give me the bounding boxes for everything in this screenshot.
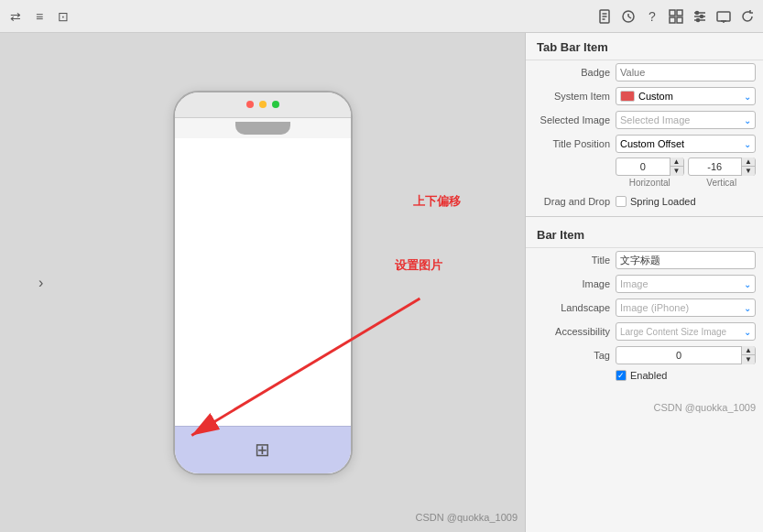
- accessibility-placeholder: Large Content Size Image: [620, 327, 744, 337]
- landscape-row: Landscape Image (iPhone) ⌄: [526, 296, 763, 320]
- selected-image-select[interactable]: Selected Image ⌄: [616, 111, 756, 129]
- tag-row: Tag 0 ▲ ▼: [526, 343, 763, 367]
- svg-point-15: [701, 15, 703, 17]
- badge-input[interactable]: [616, 63, 756, 81]
- enabled-checkbox[interactable]: ✓: [616, 370, 627, 381]
- spring-loaded-label: Spring Loaded: [630, 196, 696, 207]
- tag-stepper[interactable]: 0 ▲ ▼: [616, 346, 756, 364]
- labels-content: Horizontal Vertical: [616, 178, 756, 188]
- title-position-select[interactable]: Custom Offset ⌄: [616, 135, 756, 153]
- landscape-placeholder: Image (iPhone): [620, 302, 744, 313]
- vertical-increment[interactable]: ▲: [742, 157, 755, 167]
- vertical-decrement[interactable]: ▼: [742, 167, 755, 176]
- chevron-down-icon5: ⌄: [744, 303, 751, 313]
- vertical-stepper-buttons: ▲ ▼: [741, 157, 755, 176]
- svg-rect-9: [670, 17, 675, 23]
- system-item-select[interactable]: Custom ⌄: [616, 87, 756, 105]
- badge-row: Badge: [526, 60, 763, 84]
- watermark: CSDN @quokka_1009: [416, 512, 518, 523]
- tag-label: Tag: [533, 350, 616, 361]
- phone-top-bar: [175, 92, 351, 118]
- image-control: Image ⌄: [616, 275, 756, 293]
- zh-annotation-vertical: 上下偏移: [413, 193, 461, 210]
- image-label: Image: [533, 278, 616, 289]
- accessibility-row: Accessibility Large Content Size Image ⌄: [526, 320, 763, 343]
- watermark-text: CSDN @quokka_1009: [526, 384, 763, 417]
- badge-control: [616, 63, 756, 81]
- vertical-value: -16: [689, 161, 742, 172]
- tag-stepper-buttons: ▲ ▼: [741, 346, 755, 364]
- offset-row: 0 ▲ ▼ -16 ▲ ▼: [526, 156, 763, 178]
- system-item-row: System Item Custom ⌄: [526, 84, 763, 108]
- menu-icon[interactable]: ≡: [31, 8, 48, 25]
- drag-drop-label: Drag and Drop: [533, 196, 616, 207]
- spring-loaded-checkbox[interactable]: [616, 196, 627, 207]
- horizontal-field-label: Horizontal: [616, 178, 684, 188]
- help-icon[interactable]: ?: [644, 8, 660, 25]
- title-position-control: Custom Offset ⌄: [616, 135, 756, 153]
- svg-point-16: [697, 18, 700, 21]
- landscape-select[interactable]: Image (iPhone) ⌄: [616, 299, 756, 317]
- system-item-label: System Item: [533, 91, 616, 102]
- dot-red: [246, 101, 254, 108]
- phone-screen: [175, 138, 351, 426]
- canvas-area: › ⊞ 上下偏移: [0, 33, 525, 532]
- phone-bottom-bar: ⊞: [175, 426, 351, 473]
- title-row: Title: [526, 248, 763, 272]
- vertical-field-label: Vertical: [688, 178, 757, 188]
- phone-notch-area: [175, 118, 351, 138]
- accessibility-select[interactable]: Large Content Size Image ⌄: [616, 322, 756, 341]
- horizontal-stepper[interactable]: 0 ▲ ▼: [616, 157, 684, 176]
- system-item-control[interactable]: Custom ⌄: [616, 87, 756, 105]
- tag-increment[interactable]: ▲: [742, 346, 755, 355]
- top-toolbar: ⇄ ≡ ⊡ ?: [0, 0, 763, 33]
- selected-image-placeholder: Selected Image: [620, 114, 744, 125]
- bar-item-section-title: Bar Item: [526, 221, 763, 248]
- horizontal-stepper-buttons: ▲ ▼: [670, 157, 683, 176]
- dot-green: [272, 101, 279, 108]
- dot-yellow: [259, 101, 267, 108]
- chevron-down-icon: ⌄: [744, 92, 751, 102]
- title-input[interactable]: [616, 251, 756, 269]
- horizontal-increment[interactable]: ▲: [670, 157, 683, 167]
- window-icon[interactable]: ⊡: [55, 8, 71, 25]
- enabled-row: ✓ Enabled: [526, 367, 763, 384]
- horizontal-decrement[interactable]: ▼: [670, 167, 683, 176]
- title-position-value: Custom Offset: [620, 138, 744, 149]
- system-item-value: Custom: [638, 91, 673, 102]
- sliders-icon[interactable]: [692, 8, 708, 25]
- phone-notch: [235, 122, 290, 135]
- selected-image-row: Selected Image Selected Image ⌄: [526, 108, 763, 132]
- svg-rect-8: [677, 10, 682, 16]
- tab-bar-icon: ⊞: [255, 439, 270, 461]
- nav-arrow[interactable]: ›: [38, 275, 43, 291]
- grid-icon[interactable]: [668, 8, 684, 25]
- tag-control: 0 ▲ ▼: [616, 346, 756, 364]
- svg-rect-7: [670, 10, 675, 16]
- image-placeholder: Image: [620, 278, 744, 289]
- chevron-down-icon2: ⌄: [744, 115, 751, 125]
- offset-inputs: 0 ▲ ▼ -16 ▲ ▼: [616, 157, 756, 176]
- svg-line-6: [628, 16, 631, 18]
- screen-icon[interactable]: [715, 8, 732, 25]
- chevron-down-icon6: ⌄: [744, 327, 751, 337]
- title-position-label: Title Position: [533, 138, 616, 149]
- toolbar-left: ⇄ ≡ ⊡: [7, 8, 71, 25]
- image-select[interactable]: Image ⌄: [616, 275, 756, 293]
- doc-icon[interactable]: [596, 8, 613, 25]
- horizontal-value: 0: [616, 161, 670, 172]
- tag-decrement[interactable]: ▼: [742, 355, 755, 364]
- refresh-icon[interactable]: [739, 8, 756, 25]
- tag-value: 0: [616, 350, 741, 361]
- main-content: › ⊞ 上下偏移: [0, 33, 763, 532]
- title-position-row: Title Position Custom Offset ⌄: [526, 132, 763, 156]
- chevron-down-icon4: ⌄: [744, 279, 751, 289]
- clock-icon[interactable]: [620, 8, 637, 25]
- offset-labels-row: Horizontal Vertical: [526, 178, 763, 190]
- title-label: Title: [533, 255, 616, 266]
- drag-drop-row: Drag and Drop Spring Loaded: [526, 190, 763, 212]
- tab-bar-item-section-title: Tab Bar Item: [526, 33, 763, 60]
- vertical-stepper[interactable]: -16 ▲ ▼: [688, 157, 757, 176]
- back-forward-icon[interactable]: ⇄: [7, 8, 24, 25]
- title-control: [616, 251, 756, 269]
